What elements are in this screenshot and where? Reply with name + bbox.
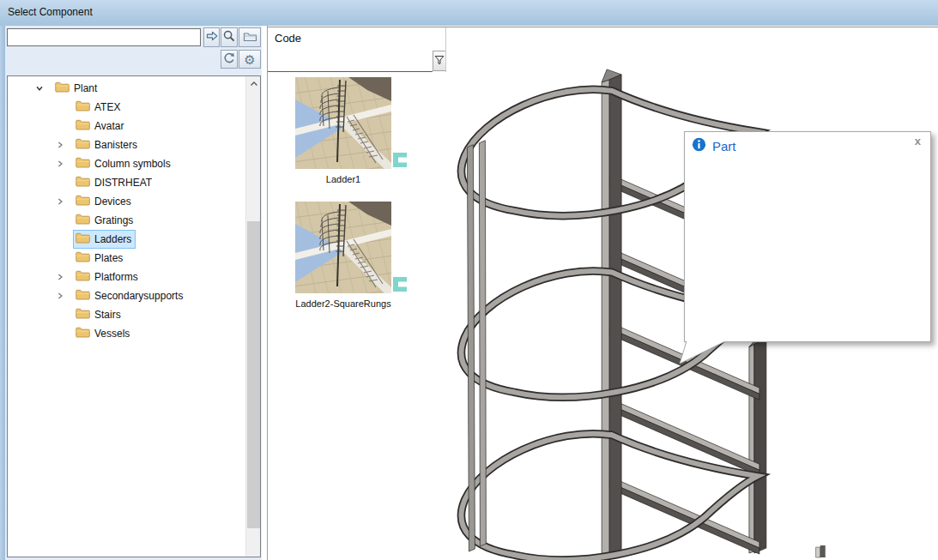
go-button[interactable] (203, 27, 220, 47)
tree-item[interactable]: Banisters (8, 135, 245, 154)
tree-item-label: Secondarysupports (94, 290, 183, 302)
chevron-right-icon[interactable] (54, 197, 66, 206)
folder-icon (76, 195, 90, 208)
scroll-up-icon[interactable] (246, 76, 261, 91)
folder-icon (76, 270, 90, 284)
tree-item-label: Column symbols (94, 158, 171, 170)
funnel-icon (434, 55, 445, 68)
tree-item-label: Plates (94, 252, 123, 264)
component-item-label: Ladder1 (283, 174, 403, 184)
tree-item[interactable]: Secondarysupports (8, 286, 245, 305)
info-icon (692, 137, 706, 155)
front-stringer (602, 69, 621, 558)
rear-strap-stub (816, 545, 826, 557)
folder-icon (55, 81, 70, 95)
ladder-thumbnail-image[interactable] (295, 202, 391, 293)
chevron-right-icon[interactable] (54, 310, 66, 319)
cadmatic-logo-icon (393, 153, 407, 171)
tooltip-callout-tail (677, 341, 729, 367)
ladder-thumbnail-image[interactable] (295, 77, 391, 169)
tree-item-plant[interactable]: Plant (8, 79, 245, 98)
tree-item-label: Platforms (94, 271, 138, 283)
refresh-icon (222, 51, 236, 68)
folder-icon (76, 214, 90, 227)
tree-item-label: DISTRHEAT (94, 177, 152, 189)
scrollbar-thumb[interactable] (247, 221, 260, 528)
tree-item-label: Avatar (94, 120, 124, 132)
close-icon[interactable]: x (915, 135, 921, 147)
tree-item-label: Gratings (94, 214, 133, 226)
filter-button[interactable] (433, 51, 446, 71)
component-tree: Plant ATEX (7, 75, 261, 557)
tree-item[interactable]: Ladders (8, 230, 245, 249)
chevron-right-icon[interactable] (54, 329, 66, 338)
tree-item-label: ATEX (94, 101, 120, 113)
tree-item[interactable]: Platforms (8, 268, 245, 286)
gear-icon: ⚙ (244, 53, 255, 66)
tree-item-label: Devices (94, 196, 131, 208)
window-title: Select Component (8, 6, 93, 18)
folder-icon (76, 232, 90, 246)
tree-item[interactable]: Avatar (8, 117, 245, 135)
titlebar[interactable]: Select Component (0, 0, 938, 26)
divider (445, 27, 446, 72)
folder-icon (76, 157, 90, 171)
chevron-right-icon[interactable] (54, 103, 66, 111)
tree-item-label: Plant (74, 82, 97, 94)
tree-item-label: Banisters (94, 139, 137, 151)
folder-icon (243, 30, 257, 45)
arrow-right-icon (205, 29, 219, 45)
tree-rows: Plant ATEX (8, 79, 245, 343)
search-input[interactable] (7, 28, 201, 46)
cadmatic-logo-icon (393, 277, 407, 295)
settings-button[interactable]: ⚙ (239, 50, 261, 69)
folder-icon (76, 176, 90, 190)
folder-icon (76, 289, 90, 303)
search-button[interactable] (221, 27, 238, 47)
rear-stringer (749, 337, 766, 553)
component-item[interactable]: Ladder1 (295, 77, 391, 184)
tree-item[interactable]: Gratings (8, 211, 245, 230)
tree-item[interactable]: Stairs (8, 305, 245, 324)
tree-item-label: Vessels (94, 328, 130, 340)
folder-icon (76, 119, 90, 133)
left-panel: ⚙ Plant (5, 26, 262, 560)
tree-item[interactable]: Vessels (8, 324, 245, 343)
search-icon (222, 29, 236, 45)
divider (268, 71, 433, 72)
chevron-right-icon[interactable] (54, 141, 66, 149)
chevron-right-icon[interactable] (54, 160, 66, 168)
chevron-right-icon[interactable] (54, 292, 66, 300)
tree-item[interactable]: ATEX (8, 98, 245, 117)
folder-icon (76, 327, 90, 340)
chevron-right-icon[interactable] (54, 216, 66, 225)
chevron-right-icon[interactable] (54, 178, 66, 187)
part-tooltip: Part x (684, 131, 931, 342)
chevron-right-icon[interactable] (54, 273, 66, 281)
component-list: Ladder1 (295, 77, 433, 326)
tree-item[interactable]: Devices (8, 192, 245, 211)
tree-item[interactable]: Column symbols (8, 154, 245, 173)
tree-item-label: Ladders (94, 233, 131, 245)
tree-item-label: Stairs (94, 309, 121, 321)
chevron-right-icon[interactable] (54, 235, 66, 244)
select-component-dialog: Select Component ⚙ (0, 0, 938, 560)
component-item-label: Ladder2-SquareRungs (283, 298, 403, 309)
folder-icon (76, 138, 90, 152)
browse-folder-button[interactable] (239, 27, 261, 47)
folder-icon (76, 308, 90, 322)
folder-icon (76, 251, 90, 265)
folder-icon (76, 100, 90, 114)
refresh-button[interactable] (221, 50, 238, 69)
tree-children: ATEX Avatar (8, 98, 245, 343)
chevron-right-icon[interactable] (54, 122, 66, 130)
chevron-down-icon[interactable] (33, 84, 45, 93)
tree-item[interactable]: DISTRHEAT (8, 173, 245, 192)
tooltip-title: Part (712, 139, 736, 154)
tree-scrollbar[interactable] (245, 76, 260, 557)
component-item[interactable]: Ladder2-SquareRungs (295, 202, 391, 309)
code-column-header[interactable]: Code (275, 32, 301, 45)
tree-item[interactable]: Plates (8, 249, 245, 268)
chevron-right-icon[interactable] (54, 254, 66, 262)
